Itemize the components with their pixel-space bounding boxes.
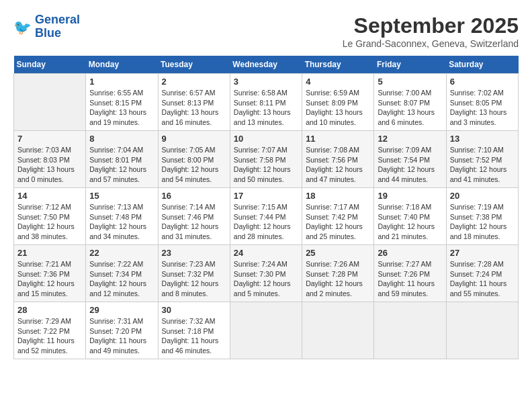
day-info: Sunrise: 7:05 AMSunset: 8:00 PMDaylight:… (162, 145, 226, 185)
calendar-cell: 21Sunrise: 7:21 AMSunset: 7:36 PMDayligh… (14, 245, 86, 302)
calendar-cell: 3Sunrise: 6:58 AMSunset: 8:11 PMDaylight… (230, 74, 302, 131)
calendar-week-row: 1Sunrise: 6:55 AMSunset: 8:15 PMDaylight… (14, 74, 519, 131)
day-number: 22 (89, 248, 154, 258)
day-number: 16 (162, 191, 226, 201)
calendar-cell: 16Sunrise: 7:14 AMSunset: 7:46 PMDayligh… (158, 188, 230, 245)
day-number: 28 (17, 305, 82, 315)
day-number: 25 (306, 248, 370, 258)
calendar-cell: 8Sunrise: 7:04 AMSunset: 8:01 PMDaylight… (86, 131, 158, 188)
day-info: Sunrise: 7:31 AMSunset: 7:20 PMDaylight:… (89, 316, 154, 356)
calendar-week-row: 21Sunrise: 7:21 AMSunset: 7:36 PMDayligh… (14, 245, 519, 302)
weekday-header: Tuesday (158, 56, 230, 74)
day-info: Sunrise: 7:29 AMSunset: 7:22 PMDaylight:… (17, 316, 82, 356)
day-info: Sunrise: 6:55 AMSunset: 8:15 PMDaylight:… (89, 88, 154, 128)
calendar-week-row: 7Sunrise: 7:03 AMSunset: 8:03 PMDaylight… (14, 131, 519, 188)
day-number: 4 (306, 77, 370, 87)
calendar-cell: 24Sunrise: 7:24 AMSunset: 7:30 PMDayligh… (230, 245, 302, 302)
calendar-cell: 19Sunrise: 7:18 AMSunset: 7:40 PMDayligh… (374, 188, 446, 245)
calendar-cell: 23Sunrise: 7:23 AMSunset: 7:32 PMDayligh… (158, 245, 230, 302)
day-number: 26 (378, 248, 442, 258)
calendar-cell (14, 74, 86, 131)
day-number: 11 (306, 134, 370, 144)
day-info: Sunrise: 7:28 AMSunset: 7:24 PMDaylight:… (450, 259, 515, 299)
calendar-header: SundayMondayTuesdayWednesdayThursdayFrid… (14, 56, 519, 74)
day-number: 1 (89, 77, 154, 87)
day-number: 6 (450, 77, 515, 87)
calendar-body: 1Sunrise: 6:55 AMSunset: 8:15 PMDaylight… (14, 74, 519, 359)
calendar-cell: 26Sunrise: 7:27 AMSunset: 7:26 PMDayligh… (374, 245, 446, 302)
calendar-cell: 29Sunrise: 7:31 AMSunset: 7:20 PMDayligh… (86, 302, 158, 359)
day-number: 10 (234, 134, 298, 144)
calendar-cell (446, 302, 518, 359)
day-info: Sunrise: 7:13 AMSunset: 7:48 PMDaylight:… (89, 202, 154, 242)
day-number: 30 (162, 305, 226, 315)
calendar-cell: 22Sunrise: 7:22 AMSunset: 7:34 PMDayligh… (86, 245, 158, 302)
weekday-row: SundayMondayTuesdayWednesdayThursdayFrid… (14, 56, 519, 74)
day-info: Sunrise: 7:02 AMSunset: 8:05 PMDaylight:… (450, 88, 515, 128)
title-block: September 2025 Le Grand-Saconnex, Geneva… (343, 13, 519, 49)
calendar-cell: 17Sunrise: 7:15 AMSunset: 7:44 PMDayligh… (230, 188, 302, 245)
calendar-cell: 13Sunrise: 7:10 AMSunset: 7:52 PMDayligh… (446, 131, 518, 188)
day-info: Sunrise: 7:09 AMSunset: 7:54 PMDaylight:… (378, 145, 442, 185)
day-number: 27 (450, 248, 515, 258)
calendar-cell: 15Sunrise: 7:13 AMSunset: 7:48 PMDayligh… (86, 188, 158, 245)
calendar-cell: 20Sunrise: 7:19 AMSunset: 7:38 PMDayligh… (446, 188, 518, 245)
day-info: Sunrise: 6:59 AMSunset: 8:09 PMDaylight:… (306, 88, 370, 128)
logo: 🐦 General Blue (13, 13, 80, 40)
day-info: Sunrise: 7:15 AMSunset: 7:44 PMDaylight:… (234, 202, 298, 242)
calendar-cell: 28Sunrise: 7:29 AMSunset: 7:22 PMDayligh… (14, 302, 86, 359)
day-number: 13 (450, 134, 515, 144)
calendar-cell (230, 302, 302, 359)
calendar-week-row: 14Sunrise: 7:12 AMSunset: 7:50 PMDayligh… (14, 188, 519, 245)
day-number: 9 (162, 134, 226, 144)
day-number: 14 (17, 191, 82, 201)
weekday-header: Wednesday (230, 56, 302, 74)
day-info: Sunrise: 6:57 AMSunset: 8:13 PMDaylight:… (162, 88, 226, 128)
weekday-header: Sunday (14, 56, 86, 74)
logo-bird-icon: 🐦 (13, 17, 32, 36)
logo-general: General (35, 13, 80, 26)
day-info: Sunrise: 7:23 AMSunset: 7:32 PMDaylight:… (162, 259, 226, 299)
weekday-header: Saturday (446, 56, 518, 74)
svg-text:🐦: 🐦 (13, 18, 32, 36)
day-number: 8 (89, 134, 154, 144)
logo-text: General Blue (35, 13, 80, 40)
calendar-week-row: 28Sunrise: 7:29 AMSunset: 7:22 PMDayligh… (14, 302, 519, 359)
calendar-cell: 11Sunrise: 7:08 AMSunset: 7:56 PMDayligh… (302, 131, 374, 188)
day-info: Sunrise: 7:14 AMSunset: 7:46 PMDaylight:… (162, 202, 226, 242)
calendar-cell: 25Sunrise: 7:26 AMSunset: 7:28 PMDayligh… (302, 245, 374, 302)
day-info: Sunrise: 7:08 AMSunset: 7:56 PMDaylight:… (306, 145, 370, 185)
day-info: Sunrise: 7:22 AMSunset: 7:34 PMDaylight:… (89, 259, 154, 299)
day-number: 12 (378, 134, 442, 144)
day-number: 2 (162, 77, 226, 87)
day-info: Sunrise: 7:12 AMSunset: 7:50 PMDaylight:… (17, 202, 82, 242)
day-info: Sunrise: 7:07 AMSunset: 7:58 PMDaylight:… (234, 145, 298, 185)
day-number: 5 (378, 77, 442, 87)
weekday-header: Monday (86, 56, 158, 74)
location: Le Grand-Saconnex, Geneva, Switzerland (343, 38, 519, 49)
weekday-header: Friday (374, 56, 446, 74)
calendar-cell: 2Sunrise: 6:57 AMSunset: 8:13 PMDaylight… (158, 74, 230, 131)
calendar-table: SundayMondayTuesdayWednesdayThursdayFrid… (13, 56, 519, 359)
calendar-cell: 30Sunrise: 7:32 AMSunset: 7:18 PMDayligh… (158, 302, 230, 359)
day-info: Sunrise: 7:18 AMSunset: 7:40 PMDaylight:… (378, 202, 442, 242)
day-info: Sunrise: 7:19 AMSunset: 7:38 PMDaylight:… (450, 202, 515, 242)
calendar-cell: 18Sunrise: 7:17 AMSunset: 7:42 PMDayligh… (302, 188, 374, 245)
day-info: Sunrise: 7:27 AMSunset: 7:26 PMDaylight:… (378, 259, 442, 299)
day-number: 18 (306, 191, 370, 201)
day-number: 19 (378, 191, 442, 201)
day-number: 23 (162, 248, 226, 258)
day-number: 7 (17, 134, 82, 144)
calendar-cell: 4Sunrise: 6:59 AMSunset: 8:09 PMDaylight… (302, 74, 374, 131)
day-info: Sunrise: 7:04 AMSunset: 8:01 PMDaylight:… (89, 145, 154, 185)
calendar-cell: 9Sunrise: 7:05 AMSunset: 8:00 PMDaylight… (158, 131, 230, 188)
day-info: Sunrise: 7:24 AMSunset: 7:30 PMDaylight:… (234, 259, 298, 299)
day-info: Sunrise: 7:10 AMSunset: 7:52 PMDaylight:… (450, 145, 515, 185)
calendar-cell: 10Sunrise: 7:07 AMSunset: 7:58 PMDayligh… (230, 131, 302, 188)
day-info: Sunrise: 7:17 AMSunset: 7:42 PMDaylight:… (306, 202, 370, 242)
logo-blue: Blue (35, 26, 61, 40)
day-number: 17 (234, 191, 298, 201)
page-header: 🐦 General Blue September 2025 Le Grand-S… (13, 13, 519, 49)
day-number: 21 (17, 248, 82, 258)
calendar-cell (302, 302, 374, 359)
